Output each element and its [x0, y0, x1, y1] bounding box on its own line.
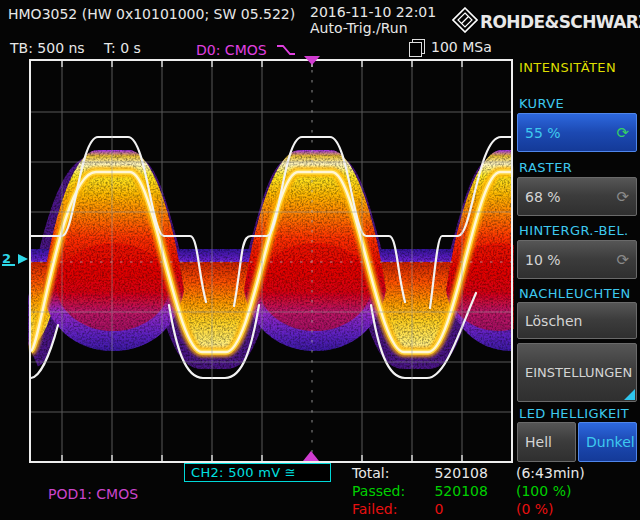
masktest-duration: (6:43min): [516, 465, 585, 482]
total-label: Total:: [352, 465, 430, 482]
failed-label: Failed:: [352, 501, 430, 518]
passed-value: 520108: [434, 483, 487, 499]
led-dunkel-button[interactable]: Dunkel: [578, 422, 637, 462]
settings-button[interactable]: EINSTELLUNGEN: [517, 343, 637, 402]
rotary-knob-icon: ⟳: [616, 188, 629, 206]
masktest-passed-row: Passed: 520108: [352, 483, 488, 500]
brand-name: ROHDE&SCHWARZ: [480, 12, 640, 32]
raster-intensity-value: 68 %: [525, 189, 616, 205]
backlight-intensity-button[interactable]: 10 % ⟳: [517, 240, 637, 279]
masktest-total-row: Total: 520108: [352, 465, 488, 482]
masktest-passed-percent: (100 %): [516, 483, 571, 500]
brand-logo: [452, 7, 478, 37]
backlight-intensity-value: 10 %: [525, 252, 616, 268]
failed-value: 0: [434, 501, 443, 517]
masktest-failed-row: Failed: 0: [352, 501, 443, 518]
sample-rate-readout[interactable]: 100 MSa: [412, 39, 492, 56]
channel2-readout[interactable]: CH2: 500 mV ≅: [184, 463, 331, 482]
raster-intensity-button[interactable]: 68 % ⟳: [517, 177, 637, 216]
graticule-display: [28, 55, 514, 465]
kurve-intensity-button[interactable]: 55 % ⟳: [517, 113, 637, 152]
masktest-failed-percent: (0 %): [516, 501, 554, 518]
label-kurve: KURVE: [519, 96, 564, 111]
total-value: 520108: [434, 465, 487, 481]
device-title: HMO3052 (HW 0x10101000; SW 05.522): [8, 6, 295, 23]
persistence-clear-button[interactable]: Löschen: [517, 302, 637, 339]
datetime-label: 2016-11-10 22:01: [310, 4, 436, 21]
label-nachleuchten: NACHLEUCHTEN: [519, 286, 631, 301]
menu-title: INTENSITÄTEN: [519, 60, 616, 75]
memory-icon: [412, 39, 425, 54]
led-hell-button[interactable]: Hell: [517, 422, 576, 462]
channel2-arrow-icon: [16, 252, 30, 266]
kurve-intensity-value: 55 %: [525, 125, 616, 141]
trigger-status: Auto-Trig./Run: [310, 20, 408, 37]
waveform-persistence: [31, 150, 514, 352]
pod1-readout[interactable]: POD1: CMOS: [48, 486, 138, 503]
channel2-marker-label: 2: [2, 251, 11, 266]
channel2-level-marker[interactable]: 2: [2, 251, 30, 266]
label-led-helligkeit: LED HELLIGKEIT: [519, 406, 629, 421]
settings-button-label: EINSTELLUNGEN: [525, 365, 632, 380]
sample-rate-label: 100 MSa: [431, 39, 492, 55]
persistence-clear-label: Löschen: [525, 313, 629, 329]
label-raster: RASTER: [519, 160, 572, 175]
led-dunkel-label: Dunkel: [586, 434, 635, 450]
led-hell-label: Hell: [525, 434, 568, 450]
oscilloscope-screen: HMO3052 (HW 0x10101000; SW 05.522) 2016-…: [0, 0, 640, 520]
channel2-readout-label: CH2: 500 mV ≅: [191, 465, 296, 480]
trigger-position-marker-bottom[interactable]: [303, 451, 319, 461]
passed-label: Passed:: [352, 483, 430, 500]
rs-diamond-icon: [452, 7, 478, 33]
rotary-knob-icon: ⟳: [616, 124, 629, 142]
rotary-knob-icon: ⟳: [616, 251, 629, 269]
submenu-corner-icon: [624, 389, 635, 400]
label-hintergrund-beleuchtung: HINTERGR.-BEL.: [519, 223, 629, 238]
